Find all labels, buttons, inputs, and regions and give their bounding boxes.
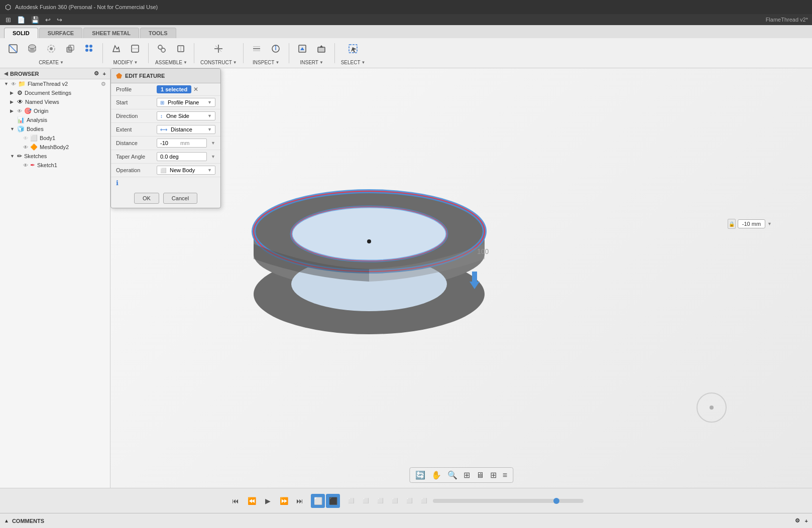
vp-fit-btn[interactable]: ⊞	[462, 469, 472, 481]
view-solid-btn[interactable]: ⬜	[311, 494, 325, 508]
tab-surface[interactable]: SURFACE	[39, 28, 83, 38]
vp-grid-btn[interactable]: ⊞	[489, 469, 498, 481]
browser-item-bodies[interactable]: ▼ 🧊 Bodies	[0, 124, 110, 134]
eye-icon-origin[interactable]: 👁	[17, 108, 22, 114]
toolbar-modify-btn2[interactable]	[126, 40, 144, 58]
playback-end-btn[interactable]: ⏭	[293, 494, 307, 508]
browser-item-analysis[interactable]: 📊 Analysis	[0, 115, 110, 124]
extent-dropdown[interactable]: ⟷ Distance ▼	[157, 125, 215, 134]
timeline-btn-6[interactable]: ⬜	[417, 494, 431, 508]
toolbar-insert-btn2[interactable]	[312, 40, 330, 58]
eye-icon-root[interactable]: 👁	[11, 81, 16, 87]
vp-orbit-btn[interactable]: 🔄	[414, 469, 427, 481]
create-dropdown-arrow: ▼	[60, 60, 64, 65]
toolbar-create-btn3[interactable]	[42, 40, 60, 58]
direction-ctrl-icon: ↕	[160, 113, 163, 119]
toolbar-create-btn5[interactable]	[80, 40, 98, 58]
playback-next-btn[interactable]: ⏩	[277, 494, 291, 508]
toolbar-assemble-btn1[interactable]	[153, 40, 171, 58]
timeline-btn-4[interactable]: ⬜	[388, 494, 402, 508]
browser-item-origin[interactable]: ▶ 👁 🎯 Origin	[0, 106, 110, 115]
viewport[interactable]: ⬟ EDIT FEATURE Profile 1 selected ✕ Star…	[110, 68, 812, 488]
rotate-handle[interactable]	[697, 392, 727, 423]
tab-sheet-metal[interactable]: SHEET METAL	[83, 28, 139, 38]
toolbar-inspect-btn2[interactable]	[267, 40, 285, 58]
toolbar-modify-btn1[interactable]	[107, 40, 125, 58]
comments-options-icon[interactable]: ⚙	[795, 517, 800, 524]
operation-dropdown[interactable]: ⬜ New Body ▼	[157, 166, 215, 175]
taper-dropdown-arrow[interactable]: ▼	[211, 154, 215, 159]
main-toolbar: CREATE ▼ MODIFY ▼	[0, 38, 812, 68]
toolbar-construct-btn1[interactable]	[209, 40, 227, 58]
ok-button[interactable]: OK	[134, 193, 159, 204]
select-label[interactable]: SELECT ▼	[339, 59, 368, 66]
browser-item-meshbody2[interactable]: 👁 🔶 MeshBody2	[0, 143, 110, 152]
redo-btn[interactable]: ↪	[55, 15, 64, 25]
svg-point-12	[89, 45, 92, 48]
eye-icon-body1[interactable]: 👁	[23, 136, 28, 141]
taper-control: ▼	[157, 152, 215, 161]
playback-start-btn[interactable]: ⏮	[228, 494, 243, 508]
browser-item-root[interactable]: ▼ 👁 📁 FlameThread v2 ⚙	[0, 79, 110, 88]
timeline-btn-1[interactable]: ⬜	[344, 494, 358, 508]
toolbar-create-btn4[interactable]	[61, 40, 79, 58]
playback-play-btn[interactable]: ▶	[261, 494, 275, 508]
eye-icon-meshbody2[interactable]: 👁	[23, 145, 28, 150]
toolbar-create-btn2[interactable]	[23, 40, 41, 58]
tab-solid[interactable]: SOLID	[4, 28, 38, 38]
profile-clear-btn[interactable]: ✕	[193, 86, 198, 92]
toolbar-inspect-btn1[interactable]	[248, 40, 266, 58]
start-dropdown[interactable]: ⊞ Profile Plane ▼	[157, 98, 215, 107]
direction-dropdown[interactable]: ↕ One Side ▼	[157, 111, 215, 120]
create-label[interactable]: CREATE ▼	[37, 59, 66, 66]
modify-label[interactable]: MODIFY ▼	[111, 59, 140, 66]
file-btn[interactable]: 📄	[16, 15, 27, 25]
svg-rect-8	[67, 47, 72, 52]
browser-item-sketch1[interactable]: 👁 ✒ Sketch1	[0, 161, 110, 170]
dim-dropdown-arrow[interactable]: ▼	[767, 221, 772, 226]
toolbar-assemble-btn2[interactable]	[172, 40, 190, 58]
browser-options-btn[interactable]: ⚙	[94, 70, 99, 77]
distance-dropdown-arrow[interactable]: ▼	[211, 141, 215, 146]
distance-input[interactable]	[160, 140, 180, 146]
comments-expand-icon[interactable]: +	[805, 518, 808, 524]
vp-more-btn[interactable]: ≡	[501, 470, 509, 481]
app-menu-btn[interactable]: ⊞	[4, 15, 13, 25]
browser-item-docsettings[interactable]: ▶ ⚙ Document Settings	[0, 88, 110, 97]
playback-prev-btn[interactable]: ⏪	[245, 494, 259, 508]
toolbar-select-btn1[interactable]	[344, 40, 362, 58]
inspect-label[interactable]: INSPECT ▼	[251, 59, 281, 66]
browser-item-label-sketches: Sketches	[24, 153, 47, 159]
browser-item-sketches[interactable]: ▼ ✏ Sketches	[0, 152, 110, 161]
cancel-button[interactable]: Cancel	[163, 193, 197, 204]
svg-point-30	[275, 46, 276, 47]
timeline-btn-2[interactable]: ⬜	[359, 494, 373, 508]
undo-btn[interactable]: ↩	[44, 15, 52, 25]
insert-label[interactable]: INSERT ▼	[298, 59, 325, 66]
timeline-btn-3[interactable]: ⬜	[373, 494, 387, 508]
eye-icon-sketch1[interactable]: 👁	[23, 163, 28, 168]
browser-expand-btn[interactable]: +	[103, 71, 106, 77]
comments-toggle-icon[interactable]: ▲	[4, 518, 9, 523]
browser-collapse-btn[interactable]: ◀	[4, 71, 8, 76]
save-btn[interactable]: 💾	[30, 15, 41, 25]
vp-zoom-btn[interactable]: 🔍	[446, 469, 459, 481]
browser-item-body1[interactable]: 👁 ⬜ Body1	[0, 134, 110, 143]
vp-display-btn[interactable]: 🖥	[475, 470, 486, 481]
timeline-thumb[interactable]	[553, 498, 559, 504]
toolbar-create-btn1[interactable]	[4, 40, 22, 58]
browser-item-label-analysis: Analysis	[27, 117, 47, 123]
toolbar-insert-btn1[interactable]	[293, 40, 311, 58]
ring-svg: 100	[231, 134, 507, 334]
browser-item-namedviews[interactable]: ▶ 👁 Named Views	[0, 97, 110, 106]
view-wireframe-btn[interactable]: ⬛	[326, 494, 340, 508]
taper-input[interactable]	[160, 154, 195, 160]
start-control: ⊞ Profile Plane ▼	[157, 98, 215, 107]
construct-label[interactable]: CONSTRUCT ▼	[198, 59, 239, 66]
assemble-label[interactable]: ASSEMBLE ▼	[153, 59, 189, 66]
root-options-icon[interactable]: ⚙	[101, 81, 106, 87]
vp-pan-btn[interactable]: ✋	[430, 469, 443, 481]
tab-tools[interactable]: TOOLS	[140, 28, 176, 38]
timeline-btn-5[interactable]: ⬜	[402, 494, 416, 508]
dim-value[interactable]: -10 mm	[738, 219, 765, 228]
